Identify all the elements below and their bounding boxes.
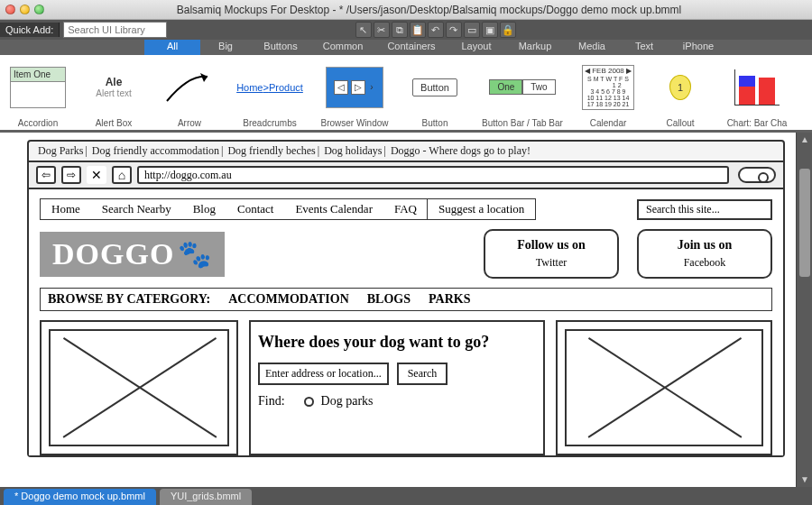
tab-all[interactable]: All: [144, 40, 200, 55]
tab-big[interactable]: Big: [200, 40, 251, 55]
shelf-callout[interactable]: 1 Callout: [644, 55, 716, 130]
site-search-input[interactable]: Search this site...: [637, 199, 772, 220]
tool-cut-icon[interactable]: ✂: [374, 22, 390, 38]
tab-common[interactable]: Common: [310, 40, 375, 55]
back-icon[interactable]: ⇦: [36, 166, 56, 184]
mockup-page-body: Home Search Nearby Blog Contact Events C…: [29, 189, 783, 455]
browser-search-icon[interactable]: [738, 167, 776, 183]
vertical-scrollbar[interactable]: ▲ ▼: [796, 133, 812, 487]
tool-front-icon[interactable]: ▣: [482, 22, 498, 38]
tab-layout[interactable]: Layout: [448, 40, 505, 55]
tool-paste-icon[interactable]: 📋: [410, 22, 426, 38]
shelf-browser-window[interactable]: ◁▷› Browser Window: [312, 55, 397, 130]
category-tabs: All Big Buttons Common Containers Layout…: [0, 40, 812, 55]
scroll-up-icon[interactable]: ▲: [797, 133, 812, 147]
home-icon[interactable]: ⌂: [112, 166, 132, 184]
nav-suggest[interactable]: Suggest a location: [427, 198, 536, 220]
callout-icon: 1: [669, 75, 691, 100]
site-nav: Home Search Nearby Blog Contact Events C…: [40, 198, 536, 220]
nav-contact[interactable]: Contact: [226, 199, 284, 219]
mockup-browser-nav: ⇦ ⇨ ✕ ⌂ http://doggo.com.au: [29, 162, 783, 189]
nav-blog[interactable]: Blog: [182, 199, 226, 219]
shelf-button[interactable]: Button Button: [397, 55, 473, 130]
tab-markup[interactable]: Markup: [505, 40, 565, 55]
quickadd-input[interactable]: [63, 22, 167, 38]
tool-cursor-icon[interactable]: ↖: [355, 22, 372, 38]
browser-preview-icon: ◁▷›: [326, 67, 383, 108]
mockup-top-links: Dog Parks| Dog friendly accommodation| D…: [29, 142, 783, 162]
nav-home[interactable]: Home: [41, 199, 91, 219]
quickadd-label: Quick Add:: [0, 23, 60, 37]
component-shelf: Item One Accordion AleAlert text Alert B…: [0, 55, 812, 133]
doc-tab-active[interactable]: * Doggo demo mock up.bmml: [4, 489, 156, 505]
window-controls: [5, 5, 44, 14]
cat-blogs[interactable]: BLOGS: [367, 292, 411, 307]
left-image-box: [40, 320, 238, 455]
chart-icon: [734, 69, 780, 106]
search-button[interactable]: Search: [397, 363, 448, 385]
address-input[interactable]: Enter address or location...: [258, 363, 389, 385]
placeholder-image-icon: [565, 329, 763, 446]
tab-text[interactable]: Text: [619, 40, 669, 55]
doc-tab-inactive[interactable]: YUI_grids.bmml: [160, 489, 252, 505]
url-bar[interactable]: http://doggo.com.au: [137, 166, 729, 184]
tool-undo-icon[interactable]: ↶: [428, 22, 444, 38]
design-canvas[interactable]: Dog Parks| Dog friendly accommodation| D…: [0, 133, 812, 487]
site-logo: DOGGO🐾: [40, 232, 225, 277]
tool-lock-icon[interactable]: 🔒: [500, 22, 516, 38]
forward-icon[interactable]: ⇨: [61, 166, 81, 184]
mockup-browser-window[interactable]: Dog Parks| Dog friendly accommodation| D…: [27, 140, 785, 457]
cat-accommodation[interactable]: ACCOMMODATION: [228, 292, 349, 307]
document-tabs: * Doggo demo mock up.bmml YUI_grids.bmml: [0, 487, 812, 505]
tool-copy-icon[interactable]: ⧉: [392, 22, 408, 38]
join-facebook-box[interactable]: Join us on Facebook: [637, 229, 772, 279]
shelf-alertbox[interactable]: AleAlert text Alert Box: [76, 55, 152, 130]
follow-twitter-box[interactable]: Follow us on Twitter: [484, 229, 619, 279]
radio-dog-parks[interactable]: [304, 397, 314, 407]
search-heading: Where does your dog want to go?: [258, 333, 536, 352]
app-toolbar: Quick Add: ↖ ✂ ⧉ 📋 ↶ ↷ ▭ ▣ 🔒: [0, 20, 812, 40]
nav-faq[interactable]: FAQ: [383, 199, 428, 219]
tab-containers[interactable]: Containers: [375, 40, 448, 55]
minimize-icon[interactable]: [20, 5, 30, 14]
paw-icon: 🐾: [178, 238, 212, 270]
arrow-icon: [159, 59, 220, 115]
search-panel: Where does your dog want to go? Enter ad…: [249, 320, 545, 455]
right-image-box: [556, 320, 772, 455]
shelf-button-bar[interactable]: OneTwo Button Bar / Tab Bar: [473, 55, 572, 130]
browse-category-bar: BROWSE BY CATERGORY: ACCOMMODATION BLOGS…: [40, 288, 772, 311]
shelf-calendar[interactable]: ◀ FEB 2008 ▶S M T W T F S 1 2 3 4 5 6 7 …: [572, 55, 644, 130]
shelf-arrow[interactable]: Arrow: [152, 55, 227, 130]
zoom-icon[interactable]: [34, 5, 44, 14]
shelf-chart[interactable]: Chart: Bar Cha: [716, 55, 798, 130]
shelf-accordion[interactable]: Item One Accordion: [0, 55, 76, 130]
scroll-thumb[interactable]: [799, 169, 810, 277]
nav-search-nearby[interactable]: Search Nearby: [91, 199, 182, 219]
tab-buttons[interactable]: Buttons: [251, 40, 310, 55]
scroll-down-icon[interactable]: ▼: [797, 473, 812, 487]
placeholder-image-icon: [49, 329, 229, 446]
shelf-breadcrumbs[interactable]: Home > Product Breadcrumbs: [227, 55, 312, 130]
tool-redo-icon[interactable]: ↷: [446, 22, 462, 38]
nav-events[interactable]: Events Calendar: [284, 199, 383, 219]
window-titlebar: Balsamiq Mockups For Desktop - * /Users/…: [0, 0, 812, 20]
stop-icon[interactable]: ✕: [87, 166, 106, 184]
tool-group-icon[interactable]: ▭: [464, 22, 480, 38]
cat-parks[interactable]: PARKS: [429, 292, 470, 307]
close-icon[interactable]: [5, 5, 15, 14]
find-label: Find:: [258, 394, 285, 408]
tab-media[interactable]: Media: [565, 40, 619, 55]
toolbar-button-group: ↖ ✂ ⧉ 📋 ↶ ↷ ▭ ▣ 🔒: [167, 22, 704, 38]
window-title: Balsamiq Mockups For Desktop - * /Users/…: [51, 4, 807, 16]
tab-iphone[interactable]: iPhone: [669, 40, 727, 55]
